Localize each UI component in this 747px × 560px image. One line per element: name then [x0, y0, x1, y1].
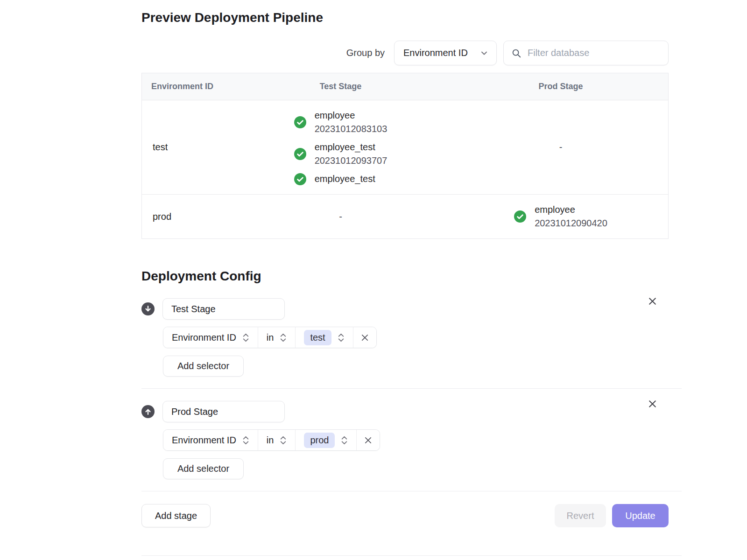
- close-icon: [648, 399, 657, 409]
- selector-value-select[interactable]: test: [296, 327, 353, 348]
- deployment-entry: employee_test 20231012093707: [294, 140, 388, 168]
- schema-version: 20231012090420: [535, 217, 607, 230]
- close-icon: [360, 333, 369, 342]
- pipeline-table-header: Environment ID Test Stage Prod Stage: [142, 73, 668, 100]
- update-button[interactable]: Update: [612, 504, 669, 527]
- database-name: employee_test: [315, 172, 375, 186]
- success-check-icon: [294, 173, 306, 185]
- chevron-down-icon: [479, 49, 489, 58]
- stage-name-input[interactable]: [162, 401, 285, 422]
- deployment-config-title: Deployment Config: [141, 269, 682, 284]
- move-stage-up-icon[interactable]: [141, 405, 155, 418]
- deployment-entry: employee_test: [294, 172, 375, 186]
- add-selector-button[interactable]: Add selector: [163, 458, 244, 479]
- selector-row: Environment ID in test: [163, 327, 377, 348]
- page-title: Preview Deployment Pipeline: [141, 10, 682, 25]
- database-name: employee: [535, 203, 607, 217]
- move-stage-down-icon[interactable]: [141, 302, 155, 315]
- updown-chevrons-icon: [242, 332, 249, 343]
- deployment-entry: employee 20231012090420: [514, 203, 607, 230]
- prod-stage-cell: employee 20231012090420: [452, 195, 669, 238]
- config-footer-divider: [141, 491, 682, 491]
- toolbar: Group by Environment ID: [141, 41, 669, 65]
- test-stage-cell-empty: -: [229, 195, 452, 238]
- selector-key-value: Environment ID: [172, 332, 236, 343]
- selector-value-tag: prod: [304, 433, 335, 448]
- group-by-value: Environment ID: [403, 48, 468, 58]
- remove-selector-button[interactable]: [353, 327, 376, 348]
- page: Preview Deployment Pipeline Group by Env…: [0, 0, 747, 560]
- selector-operator-value: in: [267, 435, 274, 446]
- pipeline-table: Environment ID Test Stage Prod Stage tes…: [141, 73, 669, 239]
- column-header-test-stage: Test Stage: [229, 82, 452, 91]
- updown-chevrons-icon: [280, 332, 287, 343]
- config-footer: Add stage Revert Update: [141, 504, 669, 527]
- filter-database-box: [503, 41, 669, 65]
- database-name: employee: [315, 109, 388, 122]
- search-icon: [511, 48, 521, 58]
- success-check-icon: [294, 116, 306, 128]
- add-stage-button[interactable]: Add stage: [141, 504, 211, 527]
- environment-cell: prod: [142, 195, 229, 238]
- remove-stage-button[interactable]: [646, 397, 659, 411]
- updown-chevrons-icon: [242, 435, 249, 446]
- prod-stage-cell-empty: -: [452, 100, 669, 194]
- selector-value-select[interactable]: prod: [296, 430, 357, 450]
- stage-divider: [141, 388, 682, 389]
- test-stage-cell: employee 20231012083103 employee_test 20…: [229, 100, 452, 194]
- schema-version: 20231012093707: [315, 154, 388, 168]
- close-icon: [648, 296, 657, 306]
- add-selector-button[interactable]: Add selector: [163, 356, 244, 377]
- stage-name-input[interactable]: [162, 298, 285, 320]
- group-by-select[interactable]: Environment ID: [394, 41, 497, 65]
- bottom-divider: [141, 555, 682, 556]
- deployment-entry: employee 20231012083103: [294, 109, 388, 136]
- selector-key-select[interactable]: Environment ID: [163, 327, 258, 348]
- selector-operator-value: in: [267, 332, 274, 343]
- updown-chevrons-icon: [338, 332, 345, 343]
- selector-key-select[interactable]: Environment ID: [163, 430, 258, 450]
- table-row-test: test employee 20231012083103: [142, 100, 668, 194]
- selector-key-value: Environment ID: [172, 435, 236, 446]
- remove-stage-button[interactable]: [646, 294, 659, 308]
- stage-block-prod: [141, 401, 669, 422]
- success-check-icon: [514, 210, 526, 223]
- selector-operator-select[interactable]: in: [258, 327, 296, 348]
- column-header-environment: Environment ID: [142, 82, 229, 91]
- close-icon: [364, 436, 373, 445]
- selector-value-tag: test: [304, 330, 331, 345]
- environment-cell: test: [142, 100, 229, 194]
- group-by-label: Group by: [346, 48, 385, 58]
- updown-chevrons-icon: [341, 435, 348, 446]
- stage-block-test: [141, 298, 669, 320]
- success-check-icon: [294, 148, 306, 160]
- filter-database-input[interactable]: [528, 48, 661, 58]
- selector-operator-select[interactable]: in: [258, 430, 296, 450]
- remove-selector-button[interactable]: [357, 430, 380, 450]
- selector-row: Environment ID in prod: [163, 429, 380, 451]
- column-header-prod-stage: Prod Stage: [452, 82, 669, 91]
- revert-button[interactable]: Revert: [555, 504, 606, 527]
- schema-version: 20231012083103: [315, 122, 388, 136]
- table-row-prod: prod - employee 20231012090420: [142, 194, 668, 238]
- database-name: employee_test: [315, 140, 388, 154]
- updown-chevrons-icon: [280, 435, 287, 446]
